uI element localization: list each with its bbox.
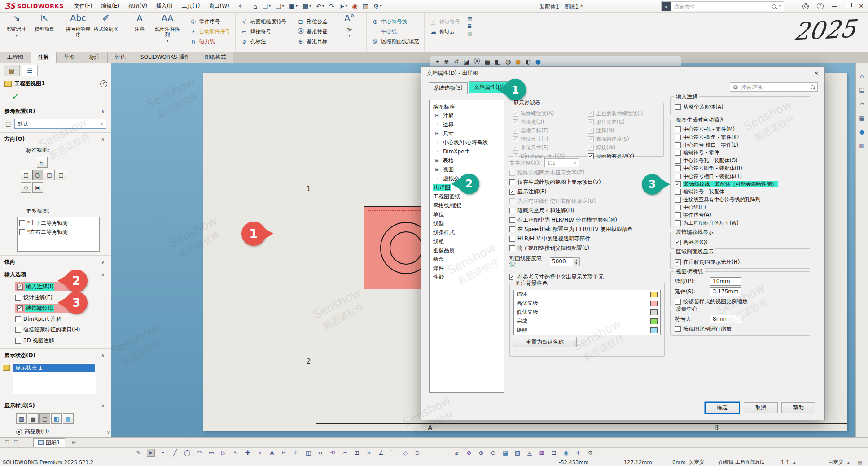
auto-insert-checkbox[interactable]: 为工程图标注的尺寸(W) (675, 219, 810, 227)
toolbar-icon[interactable]: ⌀ (453, 449, 461, 456)
import-option-checkbox[interactable]: DimXpert 注解 (15, 314, 111, 323)
options-icon[interactable]: ⚙ (372, 2, 384, 11)
filter-checkbox[interactable]: 表面粗糙度(S) (588, 135, 663, 144)
halo-checkbox[interactable]: 在注解周围显示光环(H) (675, 257, 810, 266)
toolbar-icon[interactable]: ∿ (232, 449, 240, 456)
detailing-checkbox[interactable]: 为所有零部件使用装配体设定(U) (509, 196, 633, 206)
gap-input[interactable]: 10mm (710, 277, 741, 286)
toolbar-icon[interactable]: ↔ (316, 449, 324, 456)
tree-item[interactable]: 视图 (430, 165, 504, 174)
pm-help-icon[interactable]: ? (100, 80, 107, 87)
shaded-with-edges-button[interactable]: ◧ (51, 413, 62, 424)
tree-item[interactable]: 焊件 (430, 264, 504, 273)
detailing-checkbox[interactable]: 在 SpeedPak 配置中为 HLR/HLV 使用模型颜色 (509, 225, 633, 234)
tree-item[interactable]: 线条样式 (430, 228, 504, 237)
section-orientation[interactable]: 方向(O) ∧ (0, 132, 111, 145)
toolbar-icon[interactable]: A (268, 449, 276, 456)
quality-radio[interactable]: 高品质(H) (0, 427, 111, 436)
tree-item[interactable]: 性能 (430, 273, 504, 282)
auto-insert-checkbox[interactable]: 零件序号(A) (675, 211, 810, 219)
centerline-button[interactable]: ▭中心线 (370, 27, 421, 36)
search-dropdown-icon[interactable]: ▾ (776, 4, 784, 9)
note-bg-row[interactable]: 高优先级 (514, 299, 660, 308)
revision-symbol-button[interactable]: △修订符号 (428, 17, 461, 26)
filter-checkbox[interactable]: 参考尺寸(E) (513, 144, 588, 152)
custom-properties-icon[interactable]: ▥ (859, 142, 864, 149)
hidden-lines-removed-button[interactable]: ▢ (39, 413, 50, 424)
command-search[interactable]: ▸ 搜索命令 ▾ (661, 1, 784, 11)
chevron-up-icon[interactable]: ∧ (101, 353, 107, 358)
tree-item[interactable]: 网格线/捕捉 (430, 201, 504, 210)
top-view-button[interactable]: ◱ (37, 157, 48, 168)
center-mark-button[interactable]: ⊕中心符号线 (370, 17, 421, 26)
save-icon[interactable]: ▣ (287, 2, 299, 11)
area-hatch-button[interactable]: ▨区域剖面线/填充 (370, 37, 421, 46)
previous-view-icon[interactable]: ↺ (454, 58, 459, 65)
section-mirror[interactable]: 镜向 ∨ (0, 255, 111, 268)
detailing-checkbox[interactable]: 显示注解(P) (509, 187, 633, 196)
tab-sketch[interactable]: 草图 (57, 52, 82, 63)
thread-quality-checkbox[interactable]: 高品质(Q) (675, 238, 810, 247)
spinner-arrows-icon[interactable]: ▲▼ (573, 257, 580, 266)
spell-checker-button[interactable]: Abc拼写检验程序 (65, 14, 91, 38)
auto-insert-checkbox[interactable]: 中心符号孔 - 装配体(O) (675, 157, 810, 165)
toolbar-icon[interactable]: ╱ (171, 449, 179, 456)
detailing-checkbox[interactable]: 将子视图链接到父视图配置(L) (509, 244, 633, 253)
toolbar-icon[interactable]: ✛ (574, 449, 582, 456)
chevron-up-icon[interactable]: ∧ (101, 136, 107, 142)
color-swatch[interactable] (650, 327, 658, 333)
hidden-lines-visible-button[interactable]: ▤ (28, 413, 39, 424)
geometric-tolerance-button[interactable]: ⊡形位公差 (296, 17, 329, 26)
auto-insert-checkbox[interactable]: 暗销符号 - 装配体 (675, 188, 810, 196)
add-sheet-icon[interactable]: ⊞ (70, 440, 79, 445)
minimize-button[interactable]: — (828, 0, 841, 12)
tree-item[interactable]: 中心线/中心符号线 (430, 138, 504, 147)
com-scale-checkbox[interactable]: 按视图比例进行缩放 (675, 324, 810, 333)
magnetic-line-button[interactable]: ∩磁力线 (188, 37, 232, 46)
import-option-checkbox[interactable]: 3D 视图注解 (15, 336, 111, 345)
toolbar-icon[interactable]: ▦ (501, 449, 509, 456)
toolbar-icon[interactable]: ∠ (377, 449, 385, 456)
undo-icon[interactable]: ↶ (314, 2, 326, 11)
tree-item[interactable]: 图像品质 (430, 246, 504, 255)
tables-icon[interactable]: ▦ (467, 15, 472, 22)
tab-sheet-format[interactable]: 图纸格式 (197, 52, 233, 63)
toolbar-icon[interactable]: ⊘ (465, 449, 473, 456)
filter-checkbox[interactable]: 焊接(W) (588, 144, 663, 152)
balloon-button[interactable]: ①零件序号 (188, 17, 232, 26)
pm-ok-icon[interactable]: ✓ (0, 89, 111, 105)
file-properties-icon[interactable]: ▥ (361, 2, 370, 11)
config-dropdown[interactable]: 默认 ∨ (14, 119, 106, 129)
units-dropdown-icon[interactable]: ▴ (847, 460, 850, 465)
search-icon[interactable] (772, 4, 776, 9)
more-view-checkbox[interactable]: *左右二等角轴测 (19, 227, 97, 236)
menu-item[interactable]: 窗口(W) (205, 0, 233, 12)
detailing-checkbox[interactable]: 始终以相同大小显示文字(Z) (509, 168, 633, 178)
toolbar-icon[interactable]: ◇ (401, 449, 409, 456)
tree-item[interactable]: 表格 (430, 156, 504, 165)
chevron-down-icon[interactable]: ∨ (101, 259, 107, 265)
open-file-icon[interactable]: ❐ (274, 2, 286, 11)
chevron-up-icon[interactable]: ∧ (101, 403, 107, 409)
tree-item[interactable]: DimXpert (430, 147, 504, 156)
shaded-style-button[interactable]: ■ (63, 413, 74, 424)
import-option-checkbox[interactable]: 包括隐藏特征的项目(H) (15, 325, 111, 334)
select-icon[interactable]: ➤ (338, 2, 349, 11)
toolbar-icon[interactable]: • (159, 449, 167, 456)
datum-target-button[interactable]: ⊕基准目标 (296, 37, 329, 46)
panel-scroll-down-icon[interactable]: ∨ (107, 430, 110, 435)
chevron-up-icon[interactable]: ∧ (101, 272, 107, 278)
close-button[interactable]: ✕ (855, 0, 868, 12)
toolbar-icon[interactable]: ⊠ (538, 449, 546, 456)
toolbar-icon[interactable]: ≋ (292, 449, 300, 456)
detailing-checkbox[interactable]: HLR/HLV 中的透视透明零部件 (509, 234, 633, 244)
print-icon[interactable]: ▤ (301, 2, 313, 11)
model-items-button[interactable]: ⇱模型项目 (31, 14, 57, 32)
edit-appearance-icon[interactable]: ● (515, 58, 521, 65)
filter-checkbox[interactable]: 特征尺寸(F) (513, 135, 588, 144)
section-import-options[interactable]: 输入选项 ∧ (0, 268, 111, 280)
front-view-button[interactable]: ▢ (32, 170, 43, 180)
tree-item[interactable]: 尺寸 (430, 129, 504, 138)
sheet-scale[interactable]: 1:1 (781, 459, 789, 466)
text-scale-dropdown[interactable]: 1:1 ∨ (544, 158, 579, 167)
